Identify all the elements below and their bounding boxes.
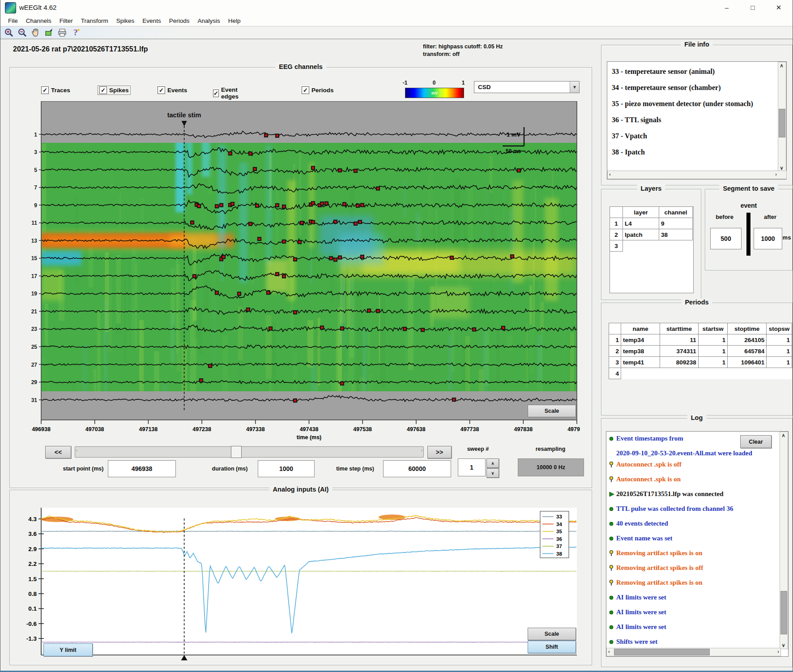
file-info-item[interactable]: 35 - piezo movement detector (under stom…	[612, 96, 776, 112]
menu-channels[interactable]: Channels	[22, 16, 55, 26]
log-clear-button[interactable]: Clear	[740, 435, 772, 448]
log-hthumb[interactable]	[614, 649, 710, 655]
file-info-item[interactable]: 34 - temperetaure sensor (chamber)	[612, 80, 776, 96]
checkbox-event-edges[interactable]: ✓Event edges	[212, 86, 242, 100]
before-ms-input[interactable]: 500	[710, 228, 742, 249]
file-info-listbox[interactable]: 33 - temperetaure sensor (animal)34 - te…	[607, 61, 787, 180]
menu-transform[interactable]: Transform	[77, 16, 112, 26]
checkmark-icon: ✓	[41, 86, 49, 94]
menu-help[interactable]: Help	[224, 16, 245, 26]
menu-events[interactable]: Events	[138, 16, 165, 26]
scroll-right-arrow-icon[interactable]: ›	[421, 448, 422, 453]
after-ms-input[interactable]: 1000	[754, 228, 782, 249]
brush-icon[interactable]	[43, 27, 54, 38]
file-info-item[interactable]: 33 - temperetaure sensor (animal)	[612, 64, 776, 80]
menu-analysis[interactable]: Analysis	[193, 16, 224, 26]
chevron-down-icon[interactable]: ▼	[570, 81, 579, 93]
periods-row[interactable]: 3temp41809238110964011	[609, 357, 792, 368]
eeg-panel-title: EEG channels	[275, 63, 326, 70]
file-info-item[interactable]: 38 - Ipatch	[612, 144, 776, 160]
ai-scale-button[interactable]: Scale	[528, 628, 576, 640]
display-mode-select[interactable]: CSD ▼	[474, 81, 580, 93]
log-text: Event name was set	[616, 533, 672, 544]
filter-line: filter: highpass cutoff: 0.05 Hz	[423, 43, 503, 51]
scroll-down-icon[interactable]: ∨	[780, 642, 787, 648]
svg-text:38: 38	[556, 551, 562, 556]
duration-input[interactable]: 1000	[258, 460, 315, 477]
zoom-in-icon[interactable]	[3, 27, 14, 38]
log-entry: Removing artifact spikes is off	[609, 562, 779, 577]
periods-panel: Periods namestarttimestartswstoptimestop…	[601, 303, 793, 415]
scroll-right-icon[interactable]: ›	[775, 171, 777, 177]
layers-table[interactable]: layerchannel1L492Ipatch383	[610, 206, 693, 252]
scroll-left-icon[interactable]: ‹	[609, 171, 611, 177]
periods-row[interactable]: 4	[609, 368, 792, 379]
eeg-plot[interactable]: 135791113151719212325272931tactile stim1…	[26, 101, 580, 442]
checkmark-icon: ✓	[99, 86, 107, 94]
file-info-vthumb[interactable]	[779, 109, 785, 137]
time-scrollbar[interactable]: ‹ ›	[75, 446, 424, 458]
file-info-item[interactable]: 37 - Vpatch	[612, 128, 776, 144]
menu-spikes[interactable]: Spikes	[112, 16, 139, 26]
log-vthumb[interactable]	[780, 591, 787, 634]
page-back-button[interactable]: <<	[45, 446, 71, 458]
checkbox-spikes[interactable]: ✓Spikes	[98, 86, 130, 94]
spinner-up-icon[interactable]: ∧	[486, 458, 499, 468]
pan-icon[interactable]	[30, 27, 41, 38]
scroll-left-arrow-icon[interactable]: ‹	[76, 448, 77, 453]
checkbox-events[interactable]: ✓Events	[156, 86, 188, 94]
dot-icon	[609, 636, 614, 647]
scroll-right-icon[interactable]: ›	[777, 649, 779, 654]
menu-filter[interactable]: Filter	[55, 16, 77, 26]
file-info-item[interactable]: 36 - TTL signals	[612, 112, 776, 128]
file-info-hscrollbar[interactable]: ‹ ›	[607, 171, 787, 179]
y-limit-button[interactable]: Y limit	[43, 643, 93, 656]
help-icon[interactable]: ?	[70, 27, 81, 38]
svg-text:23: 23	[31, 326, 38, 332]
print-icon[interactable]	[57, 27, 68, 38]
maximize-button[interactable]: □	[742, 0, 764, 15]
layers-row[interactable]: 2Ipatch38	[610, 229, 693, 240]
checkbox-label: Traces	[51, 87, 70, 94]
periods-row[interactable]: 2temp3837431116457841	[609, 346, 792, 357]
file-info-panel: File info 33 - temperetaure sensor (anim…	[601, 45, 793, 185]
scroll-left-icon[interactable]: ‹	[608, 649, 610, 654]
layers-row[interactable]: 1L49	[610, 218, 693, 229]
colorbar-unit: mV	[431, 91, 438, 95]
checkbox-traces[interactable]: ✓Traces	[40, 86, 72, 94]
periods-title: Periods	[681, 299, 712, 306]
svg-text:-1.3: -1.3	[26, 635, 37, 642]
log-text: Removing artifact spikes is on	[616, 548, 703, 559]
log-vscrollbar[interactable]: ∧ ∨	[780, 432, 788, 649]
svg-text:5: 5	[34, 167, 37, 173]
svg-text:1.5: 1.5	[28, 576, 37, 582]
sweep-input[interactable]: 1	[458, 458, 486, 476]
minimize-button[interactable]: –	[716, 0, 738, 15]
layers-row[interactable]: 3	[610, 240, 693, 252]
time-input[interactable]: 60000	[383, 460, 451, 477]
log-hscrollbar[interactable]: ‹ ›	[606, 648, 781, 656]
menu-file[interactable]: File	[4, 16, 22, 26]
filter-status: filter: highpass cutoff: 0.05 Hz transfo…	[423, 43, 503, 58]
dot-icon	[609, 592, 614, 607]
svg-text:3: 3	[34, 149, 37, 155]
start-input[interactable]: 496938	[108, 460, 176, 477]
close-button[interactable]: ✕	[767, 0, 790, 15]
menu-periods[interactable]: Periods	[165, 16, 194, 26]
eeg-scale-button[interactable]: Scale	[528, 405, 576, 417]
svg-text:33: 33	[556, 514, 562, 519]
spinner-down-icon[interactable]: ∨	[486, 468, 499, 478]
zoom-out-icon[interactable]	[17, 27, 27, 38]
file-info-vscrollbar[interactable]: ∧ ∨	[778, 62, 786, 172]
time-scrollbar-thumb[interactable]	[231, 446, 242, 458]
ai-plot[interactable]: 4.33.62.92.21.50.80.1-0.6-1.333343536373…	[26, 504, 580, 662]
checkbox-periods[interactable]: ✓Periods	[300, 86, 335, 94]
log-listbox[interactable]: Event timestamps from2020-09-10_20-53-20…	[606, 431, 789, 657]
page-forward-button[interactable]: >>	[427, 446, 452, 458]
scroll-up-icon[interactable]: ∧	[778, 63, 785, 68]
periods-table[interactable]: namestarttimestartswstoptimestopsw1temp3…	[609, 323, 792, 379]
periods-row[interactable]: 1temp341112641051	[609, 334, 792, 346]
sweep-spinner[interactable]: ∧ ∨	[486, 458, 498, 476]
scroll-up-icon[interactable]: ∧	[780, 432, 787, 438]
ai-shift-button[interactable]: Shift	[528, 641, 576, 653]
